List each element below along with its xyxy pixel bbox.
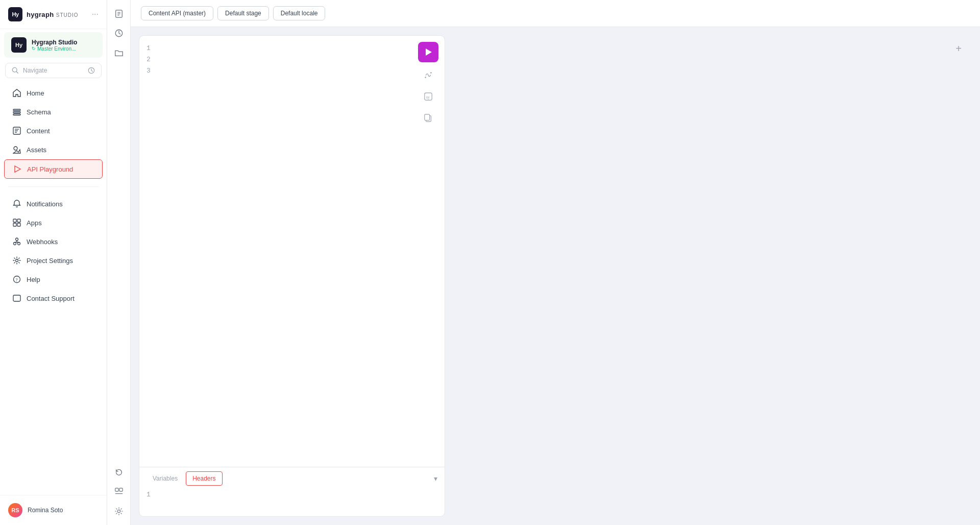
- nav-divider: [8, 186, 99, 187]
- svg-point-37: [430, 72, 432, 74]
- user-profile[interactable]: RS Romina Soto: [0, 498, 107, 522]
- result-panel: +: [451, 35, 972, 517]
- workspace-name: Hygraph Studio: [32, 39, 95, 46]
- schema-icon: [12, 107, 21, 116]
- home-icon: [12, 88, 21, 98]
- tab-variables[interactable]: Variables: [146, 472, 184, 485]
- help-icon: ?: [12, 275, 21, 284]
- add-panel-button[interactable]: +: [951, 41, 966, 56]
- sidebar-item-project-settings[interactable]: Project Settings: [4, 251, 103, 270]
- main-content: Content API (master) Default stage Defau…: [131, 0, 980, 525]
- sidebar-item-content-label: Content: [27, 127, 50, 135]
- default-locale-button[interactable]: Default locale: [273, 6, 326, 20]
- search-bar[interactable]: Navigate: [5, 63, 102, 78]
- svg-line-1: [16, 71, 18, 73]
- sidebar: Hy hygraph STUDIO ··· Hy Hygraph Studio …: [0, 0, 107, 525]
- vars-line-numbers: 1: [146, 491, 437, 498]
- toolbar-doc-icon[interactable]: [110, 5, 128, 22]
- gear-icon: [12, 256, 21, 265]
- svg-rect-3: [13, 109, 20, 111]
- tab-headers[interactable]: Headers: [186, 471, 222, 486]
- workspace-avatar: Hy: [11, 37, 27, 53]
- sidebar-item-assets[interactable]: Assets: [4, 140, 103, 159]
- svg-point-38: [425, 77, 426, 78]
- svg-marker-36: [426, 49, 432, 56]
- sidebar-item-content[interactable]: Content: [4, 122, 103, 140]
- assets-icon: [12, 145, 21, 154]
- sidebar-item-apps-label: Apps: [27, 219, 42, 227]
- sidebar-item-notifications-label: Notifications: [27, 200, 63, 208]
- sidebar-item-apps[interactable]: Apps: [4, 213, 103, 232]
- sidebar-item-api-playground-label: API Playground: [27, 165, 73, 173]
- top-bar: Content API (master) Default stage Defau…: [131, 0, 980, 27]
- svg-point-17: [14, 243, 16, 245]
- sidebar-item-home[interactable]: Home: [4, 84, 103, 102]
- workspace-selector[interactable]: Hy Hygraph Studio Master Environ...: [4, 32, 103, 58]
- sidebar-item-project-settings-label: Project Settings: [27, 257, 73, 265]
- sidebar-item-contact-support[interactable]: Contact Support: [4, 289, 103, 307]
- svg-rect-13: [13, 219, 16, 222]
- svg-point-35: [117, 510, 120, 512]
- variables-icon[interactable]: xy: [420, 88, 437, 105]
- sidebar-item-help[interactable]: ? Help: [4, 270, 103, 289]
- grid-icon: [12, 218, 21, 227]
- line-numbers: 1 2 3: [146, 43, 151, 77]
- content-api-button[interactable]: Content API (master): [141, 6, 213, 20]
- sidebar-item-webhooks[interactable]: Webhooks: [4, 232, 103, 251]
- svg-point-10: [14, 147, 17, 150]
- editor-bottom: Variables Headers ▾ 1: [139, 467, 445, 516]
- sidebar-logo: Hy hygraph STUDIO ···: [0, 0, 107, 29]
- svg-point-23: [16, 259, 18, 262]
- svg-text:y: y: [428, 95, 430, 100]
- toolbar-settings-icon[interactable]: [110, 503, 128, 520]
- svg-line-21: [15, 242, 17, 243]
- sidebar-item-schema-label: Schema: [27, 108, 51, 116]
- user-name: Romina Soto: [28, 507, 63, 514]
- svg-marker-11: [13, 150, 20, 153]
- sidebar-item-api-playground[interactable]: API Playground: [4, 159, 103, 179]
- svg-rect-26: [13, 295, 20, 301]
- workspace-main: 1 2 3 xy: [131, 27, 980, 525]
- svg-point-18: [18, 243, 20, 245]
- copy-icon[interactable]: [420, 109, 437, 127]
- sidebar-bottom: RS Romina Soto: [0, 495, 107, 525]
- sidebar-item-webhooks-label: Webhooks: [27, 238, 58, 246]
- svg-rect-16: [17, 223, 20, 226]
- content-icon: [12, 126, 21, 135]
- editor-panel: 1 2 3 xy: [139, 35, 445, 517]
- svg-rect-5: [13, 114, 20, 115]
- editor-tabs: Variables Headers ▾: [139, 467, 445, 486]
- svg-line-22: [17, 242, 19, 243]
- svg-rect-32: [115, 488, 118, 491]
- webhook-icon: [12, 237, 21, 246]
- chevron-down-icon[interactable]: ▾: [434, 474, 437, 483]
- toolbar-refresh-icon[interactable]: [110, 464, 128, 481]
- avatar: RS: [8, 503, 22, 517]
- editor-main[interactable]: 1 2 3 xy: [139, 36, 445, 467]
- sidebar-item-assets-label: Assets: [27, 146, 46, 154]
- sidebar-item-notifications[interactable]: Notifications: [4, 195, 103, 213]
- ai-assist-icon[interactable]: [420, 66, 437, 84]
- support-icon: [12, 294, 21, 303]
- main-nav: Home Schema Content Assets API Playgroun: [0, 80, 107, 182]
- run-query-button[interactable]: [418, 42, 438, 62]
- svg-rect-33: [119, 488, 122, 491]
- default-stage-button[interactable]: Default stage: [217, 6, 269, 20]
- editor-area: 1 2 3 xy: [131, 27, 980, 525]
- toolbar-folder-icon[interactable]: [110, 44, 128, 61]
- sidebar-item-schema[interactable]: Schema: [4, 103, 103, 121]
- search-history-icon: [88, 67, 95, 74]
- editor-toolbar-right: xy: [418, 42, 438, 127]
- logo-more-button[interactable]: ···: [92, 10, 99, 19]
- sidebar-item-help-label: Help: [27, 276, 40, 283]
- svg-marker-12: [15, 166, 20, 172]
- editor-vars-area[interactable]: 1: [139, 486, 445, 516]
- svg-point-19: [16, 238, 18, 241]
- logo-mark: Hy: [8, 7, 22, 21]
- logo-studio: STUDIO: [56, 12, 79, 18]
- svg-text:?: ?: [16, 277, 18, 282]
- toolbar-history-icon[interactable]: [110, 25, 128, 42]
- logo-text: hygraph: [27, 11, 54, 18]
- toolbar-shortcut-icon[interactable]: [110, 483, 128, 500]
- svg-rect-14: [17, 219, 20, 222]
